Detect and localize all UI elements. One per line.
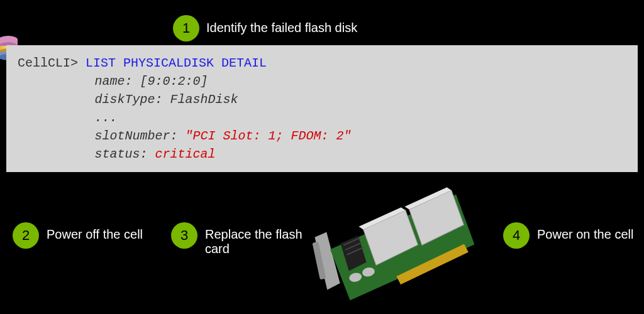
step-caption-2: Power off the cell bbox=[47, 227, 169, 242]
ellipsis: ... bbox=[94, 111, 117, 125]
step-number: 3 bbox=[180, 227, 188, 244]
field-status-label: status: bbox=[94, 147, 147, 161]
field-status-value: critical bbox=[155, 147, 215, 161]
step-badge-3: 3 bbox=[171, 222, 197, 249]
field-name-label: name: bbox=[94, 74, 132, 89]
step-caption-4: Power on the cell bbox=[537, 227, 638, 242]
step-badge-2: 2 bbox=[13, 222, 39, 249]
field-slot-label: slotNumber: bbox=[94, 129, 177, 143]
field-disktype-value: FlashDisk bbox=[170, 92, 238, 107]
step-badge-4: 4 bbox=[503, 222, 530, 249]
step-number: 4 bbox=[513, 227, 520, 244]
field-name-value: [9:0:2:0] bbox=[140, 74, 208, 89]
step-number: 1 bbox=[182, 20, 190, 36]
step-number: 2 bbox=[22, 227, 30, 244]
step-badge-1: 1 bbox=[173, 15, 199, 41]
cli-prompt: CellCLI> bbox=[18, 56, 78, 70]
field-disktype-label: diskType: bbox=[94, 92, 162, 107]
step-caption-3: Replace the flash card bbox=[205, 227, 312, 256]
terminal-output: CellCLI> LIST PHYSICALDISK DETAIL name: … bbox=[6, 45, 638, 172]
field-slot-value: "PCI Slot: 1; FDOM: 2" bbox=[185, 129, 351, 143]
flash-card-icon bbox=[306, 178, 492, 312]
step-caption-1: Identify the failed flash disk bbox=[206, 21, 357, 35]
cli-command: LIST PHYSICALDISK DETAIL bbox=[86, 56, 267, 70]
